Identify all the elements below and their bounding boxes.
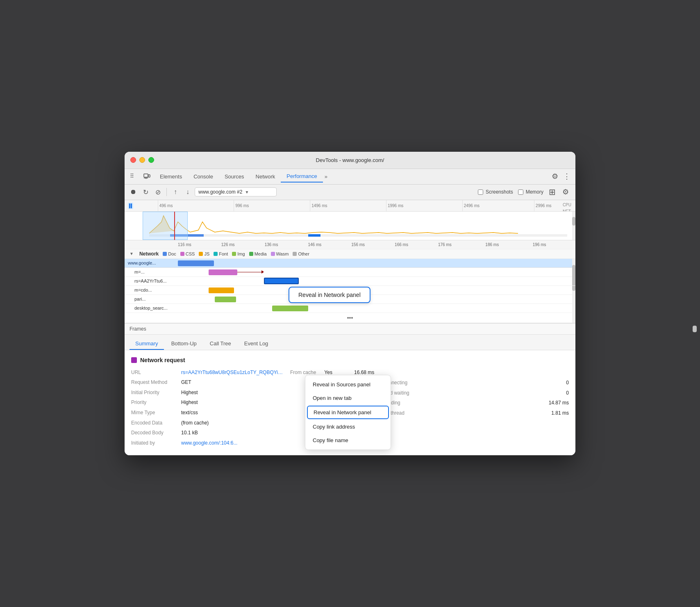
net-tick-136: 136 ms: [265, 242, 278, 247]
titlebar: DevTools - www.google.com/: [125, 152, 575, 169]
legend-js: JS: [199, 251, 209, 256]
settings-icon[interactable]: ⚙: [548, 170, 561, 183]
download-icon[interactable]: ↓: [182, 187, 193, 197]
row-label-rs: rs=AA2YrTtu6...: [125, 278, 178, 283]
cursor-icon[interactable]: [128, 171, 139, 182]
scrollbar-track[interactable]: [572, 212, 575, 240]
tooltip-reveal-top[interactable]: Reveal in Network panel: [289, 287, 370, 303]
legend-media: Media: [249, 251, 267, 256]
scrollbar-thumb[interactable]: [572, 217, 575, 226]
net-row-m[interactable]: m=...: [125, 268, 575, 277]
more-dots: •••: [125, 313, 575, 323]
minimize-button[interactable]: [139, 157, 145, 163]
tab-elements[interactable]: Elements: [154, 171, 188, 182]
svg-rect-7: [148, 175, 150, 177]
ctx-copy-filename[interactable]: Copy file name: [305, 434, 391, 447]
net-bar-mcdo: [209, 288, 234, 293]
frames-label: Frames: [130, 326, 146, 332]
tab-console[interactable]: Console: [188, 171, 219, 182]
tab-network[interactable]: Network: [250, 171, 281, 182]
record-icon[interactable]: ⏺: [128, 187, 139, 197]
ctx-open-new-tab[interactable]: Open in new tab: [305, 391, 391, 405]
net-row-rs[interactable]: rs=AA2YrTtu6... Reveal in Network panel: [125, 277, 575, 286]
net-tick-116: 116 ms: [178, 242, 191, 247]
legend-css: CSS: [180, 251, 195, 256]
svg-rect-6: [144, 174, 148, 177]
url-caret-icon: ▼: [245, 190, 249, 194]
legend-other: Other: [293, 251, 309, 256]
network-rows: www.google... m=... rs=AA2YrTtu6... Reve…: [125, 259, 575, 323]
summary-panel: Network request URL rs=AA2YrTtu68wU8rQSE…: [125, 350, 575, 456]
tick-496ms: 496 ms: [158, 200, 173, 211]
pause-button[interactable]: [128, 203, 133, 209]
tab-bottom-up[interactable]: Bottom-Up: [166, 338, 202, 350]
separator: [166, 188, 167, 196]
close-button[interactable]: [130, 157, 136, 163]
network-request-icon: [131, 357, 137, 363]
frames-bar: Frames: [125, 323, 575, 335]
net-row-desktop[interactable]: desktop_searc...: [125, 304, 575, 313]
net-tick-186: 186 ms: [485, 242, 499, 247]
tab-performance[interactable]: Performance: [281, 171, 323, 183]
perf-settings-icon[interactable]: ⚙: [559, 186, 572, 198]
more-tabs-button[interactable]: »: [323, 172, 329, 181]
row-label-m: m=...: [125, 269, 178, 274]
memory-checkbox[interactable]: [518, 189, 523, 195]
more-options-icon[interactable]: ⋮: [561, 170, 572, 183]
tab-call-tree[interactable]: Call Tree: [204, 338, 237, 350]
upload-icon[interactable]: ↑: [170, 187, 181, 197]
net-row-google[interactable]: www.google...: [125, 259, 575, 268]
row-label-mcdo: m=cdo...: [125, 288, 178, 292]
row-label-pari: pari...: [125, 297, 178, 301]
initiated-link[interactable]: www.google.com/:104:6...: [181, 439, 237, 448]
tab-sources[interactable]: Sources: [219, 171, 250, 182]
clear-icon[interactable]: ⊘: [152, 187, 163, 197]
cpu-waveform: [149, 214, 518, 234]
network-legend: ▼ Network Doc CSS JS Font Img Media Wasm: [125, 249, 575, 259]
svg-rect-5: [132, 177, 133, 178]
url-value[interactable]: rs=AA2YrTtu68wU8rQSEu1zLoTY_RQBQYibAg...: [181, 368, 284, 377]
net-bar-pari: [215, 297, 236, 302]
network-collapse-icon[interactable]: ▼: [130, 251, 134, 256]
performance-toolbar: ⏺ ↻ ⊘ ↑ ↓ www.google.com #2 ▼ Screenshot…: [125, 185, 575, 200]
memory-checkbox-group: Memory: [518, 189, 543, 195]
device-icon[interactable]: [141, 171, 152, 182]
screenshots-checkbox[interactable]: [478, 189, 483, 195]
net-bar-google: [178, 260, 214, 266]
window-title: DevTools - www.google.com/: [316, 157, 384, 163]
net-tick-166: 166 ms: [395, 242, 408, 247]
legend-wasm: Wasm: [271, 251, 289, 256]
svg-rect-2: [131, 175, 132, 176]
reload-icon[interactable]: ↻: [140, 187, 151, 197]
url-selector[interactable]: www.google.com #2 ▼: [195, 187, 277, 196]
tick-2496ms: 2496 ms: [462, 200, 480, 211]
net-bar-rs: [264, 278, 299, 284]
net-tick-196: 196 ms: [533, 242, 546, 247]
svg-rect-4: [131, 177, 132, 178]
traffic-lights: [130, 157, 154, 163]
summary-title: Network request: [131, 357, 569, 363]
net-label: NET: [563, 208, 571, 212]
ctx-reveal-sources[interactable]: Reveal in Sources panel: [305, 378, 391, 391]
network-ruler: 116 ms 126 ms 136 ms 146 ms 156 ms 166 m…: [125, 240, 575, 249]
playhead-line: [174, 212, 175, 240]
svg-rect-3: [132, 175, 133, 176]
legend-font: Font: [214, 251, 228, 256]
tick-1496ms: 1496 ms: [310, 200, 327, 211]
tab-summary[interactable]: Summary: [130, 338, 164, 350]
ctx-reveal-network[interactable]: Reveal in Network panel: [307, 406, 389, 419]
timeline-area[interactable]: [125, 212, 575, 240]
maximize-button[interactable]: [148, 157, 154, 163]
tick-2996ms: 2996 ms: [534, 200, 551, 211]
network-scrollbar-track[interactable]: [572, 259, 575, 323]
url-label: www.google.com #2: [198, 189, 242, 195]
tab-event-log[interactable]: Event Log: [239, 338, 274, 350]
row-label-google: www.google...: [125, 260, 178, 265]
cpu-net-labels: CPU NET: [563, 202, 571, 212]
row-label-desktop: desktop_searc...: [125, 306, 178, 310]
memory-icon[interactable]: ⊞: [547, 187, 557, 197]
context-menu: Reveal in Sources panel Open in new tab …: [305, 375, 391, 450]
ctx-copy-link[interactable]: Copy link address: [305, 420, 391, 434]
legend-img: Img: [232, 251, 245, 256]
net-tick-156: 156 ms: [351, 242, 365, 247]
